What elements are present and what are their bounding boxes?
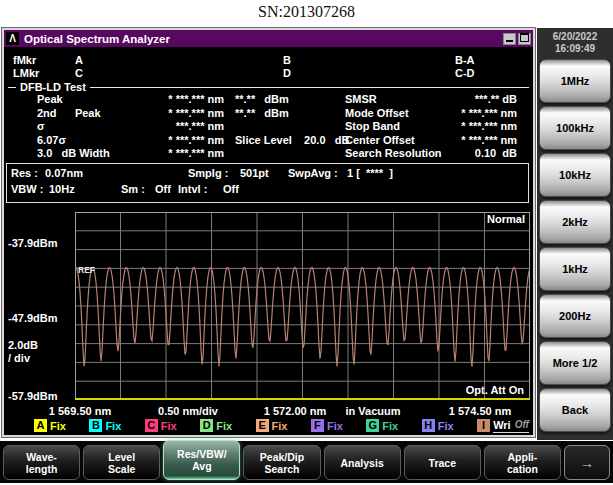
anritsu-logo-icon: Λ [6,32,19,45]
menu-label: Analysis [341,457,384,469]
xaxis-medium: in Vacuum [345,405,400,417]
smplg-label: Smplg : [188,167,228,180]
menu-wavelength[interactable]: Wave-length [3,445,80,480]
function-key-panel: 6/20/2022 16:09:49 1MHz 100kHz 10kHz 2kH… [537,28,613,440]
dfb-right-label: Center Offset [345,134,415,146]
marker-b: B [283,54,291,67]
menu-more-arrow[interactable]: → [564,445,610,480]
trace-a-box: A [34,419,47,432]
fkey-10khz[interactable]: 10kHz [539,153,611,197]
dfb-right-value: * ***.*** nm [432,107,517,119]
menu-label: Res/VBW/ [177,448,227,460]
dfb-right-label: Search Resolution [345,147,442,159]
intvl-label: Intvl : [178,183,207,196]
dfb-value-dbm: **.** dBm [235,93,289,105]
fkey-back[interactable]: Back [539,388,611,432]
trace-c-box: C [145,419,158,432]
fkey-100khz[interactable]: 100kHz [539,106,611,150]
dfb-right-label: Mode Offset [345,107,409,119]
dfb-right-value: * ***.*** nm [432,134,517,146]
trace-e-mode: Fix [272,420,288,432]
fkey-2khz[interactable]: 2kHz [539,200,611,244]
xaxis-scale-div: 0.50 nm/div [158,405,218,417]
menu-res-vbw-avg[interactable]: Res/VBW/Avg [163,440,240,480]
trace-i-mode-wrap: WriOff [493,419,529,433]
dfb-label: σ [37,120,45,132]
trace-c-mode: Fix [161,420,177,432]
dfb-group-title: DFB-LD Test [16,81,90,93]
dfb-value-nm: ***.*** nm [134,120,224,132]
window-controls [503,33,531,45]
trace-f-box: F [311,419,324,432]
trace-e-status: EFix [256,419,288,432]
osa-window: Λ Optical Spectrum Analyzer fMkr A B B-A… [2,28,535,437]
vbw-value: 10Hz [49,183,75,196]
trace-d-mode: Fix [216,420,232,432]
smplg-value: 501pt [240,167,269,180]
fkey-200hz[interactable]: 200Hz [539,294,611,338]
menu-peak-dip-search[interactable]: Peak/DipSearch [243,445,320,480]
trace-h-mode: Fix [438,420,454,432]
right-arrow-icon: → [580,457,594,469]
trace-b-status: BFix [89,419,121,432]
dfb-value-nm: * ***.*** nm [134,107,224,119]
spectrum-plot [75,212,530,400]
menu-label: Level [108,451,135,463]
trace-h-box: H [422,419,435,432]
dfb-row-6sigma: 6.07σ * ***.*** nm Slice Level 20.0 dB C… [4,134,533,147]
res-value: 0.07nm [45,167,83,180]
spectrum-graph: Normal REF Opt. Att On [75,212,530,400]
menu-analysis[interactable]: Analysis [324,445,401,480]
window-titlebar: Λ Optical Spectrum Analyzer [4,30,533,47]
trace-i-mode: Wri [493,419,511,431]
menu-level-scale[interactable]: LevelScale [83,445,160,480]
serial-number: SN:201307268 [0,3,613,21]
main-menu-bar: Wave-length LevelScale Res/VBW/Avg Peak/… [0,441,613,483]
dfb-right-value: * ***.*** nm [432,120,517,132]
trace-f-mode: Fix [327,420,343,432]
dfb-right-label: Stop Band [345,120,400,132]
yaxis-ref-level: -37.9dBm [8,237,58,250]
menu-application[interactable]: Appli-cation [484,445,561,480]
dfb-row-peak: Peak * ***.*** nm **.** dBm SMSR ***.** … [4,93,533,106]
yaxis-scale-div2: / div [8,352,30,365]
marker-c: C [75,67,83,80]
swpavg-value: 1 [ **** ] [347,167,393,180]
menu-label: Peak/Dip [260,451,304,463]
minimize-button[interactable] [503,33,516,45]
trace-i-substatus: Off [515,419,529,431]
menu-label: Appli- [508,451,538,463]
trace-d-box: D [200,419,213,432]
menu-trace[interactable]: Trace [404,445,481,480]
acquisition-settings-box: Res : 0.07nm Smplg : 501pt SwpAvg : 1 [ … [6,163,529,203]
maximize-button[interactable] [518,33,531,45]
trace-b-box: B [89,419,102,432]
menu-label: cation [507,463,538,475]
trace-g-box: G [366,419,379,432]
swpavg-label: SwpAvg : [288,167,338,180]
trace-a-mode: Fix [50,420,66,432]
marker-cd: C-D [455,67,475,80]
fmkr-label: fMkr [13,54,36,67]
trace-g-status: GFix [366,419,398,432]
fkey-1mhz[interactable]: 1MHz [539,59,611,103]
menu-label: Avg [192,460,211,472]
sm-value: Off [155,183,171,196]
trace-h-status: HFix [422,419,454,432]
menu-label: length [26,463,58,475]
opt-att-status: Opt. Att On [466,384,524,396]
dfb-row-db-width: 3.0 dB Width * ***.*** nm Search Resolut… [4,147,533,160]
dfb-slice-level: Slice Level 20.0 dB [235,134,349,146]
minimize-icon [506,40,513,42]
dfb-label: Peak [37,93,63,105]
marker-ba: B-A [455,54,475,67]
fkey-more-1-2[interactable]: More 1/2 [539,341,611,385]
datetime-display: 6/20/2022 16:09:49 [537,28,613,55]
function-keys: 1MHz 100kHz 10kHz 2kHz 1kHz 200Hz More 1… [539,59,611,435]
window-title: Optical Spectrum Analyzer [24,33,503,45]
xaxis-start-wavelength: 1 569.50 nm [49,405,111,417]
fkey-1khz[interactable]: 1kHz [539,247,611,291]
trace-mode-badge: Normal [487,213,525,225]
dfb-label: 3.0 dB Width [37,147,110,159]
xaxis-center-wavelength: 1 572.00 nm [264,405,326,417]
